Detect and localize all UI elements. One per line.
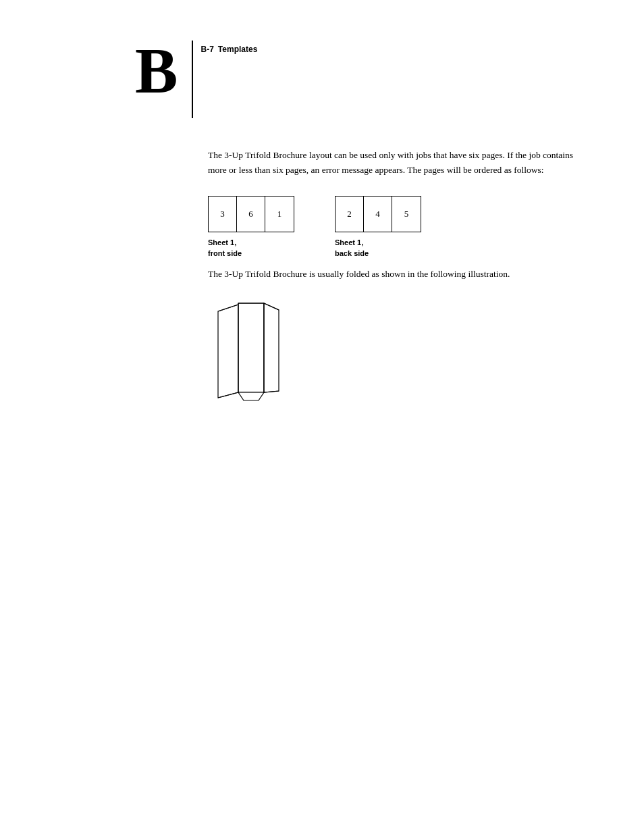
sheet1-label: Sheet 1, front side [208,238,242,259]
brochure-svg [208,298,289,402]
paragraph-1: The 3-Up Trifold Brochure layout can be … [208,148,590,177]
sheet2-cell-3: 5 [392,197,421,232]
sheet2-label: Sheet 1, back side [335,238,369,259]
svg-marker-11 [238,392,264,400]
sheet1-grid: 3 6 1 [208,196,294,232]
sheet1-cell-1: 3 [209,197,237,232]
sheet1-cell-2: 6 [237,197,265,232]
brochure-illustration [208,298,590,402]
vertical-divider [192,41,193,118]
chapter-info: B-7 Templates [201,41,258,54]
sheet2-cell-1: 2 [336,197,364,232]
header-section: B B-7 Templates [135,41,644,118]
content-area: The 3-Up Trifold Brochure layout can be … [208,148,590,402]
sheet2-diagram: 2 4 5 Sheet 1, back side [335,196,421,259]
chapter-number: B-7 [201,45,214,54]
chapter-title: Templates [218,45,257,54]
sheet1-diagram: 3 6 1 Sheet 1, front side [208,196,294,259]
big-letter-container: B [135,41,189,101]
big-letter-b: B [135,35,178,107]
sheet2-label-line1: Sheet 1, [335,238,363,246]
svg-marker-2 [264,303,279,392]
svg-marker-0 [218,305,238,398]
sheet2-label-line2: back side [335,249,369,257]
sheet2-grid: 2 4 5 [335,196,421,232]
sheet2-cell-2: 4 [364,197,392,232]
paragraph-2: The 3-Up Trifold Brochure is usually fol… [208,267,590,282]
svg-rect-1 [238,303,264,392]
sheet1-label-line2: front side [208,249,242,257]
sheet1-cell-3: 1 [265,197,294,232]
chapter-label: B-7 Templates [201,45,258,54]
page-container: B B-7 Templates The 3-Up Trifold Brochur… [0,0,644,834]
sheet1-label-line1: Sheet 1, [208,238,236,246]
sheets-container: 3 6 1 Sheet 1, front side 2 4 5 Sheet 1, [208,196,590,259]
header-right: B-7 Templates [192,41,257,118]
